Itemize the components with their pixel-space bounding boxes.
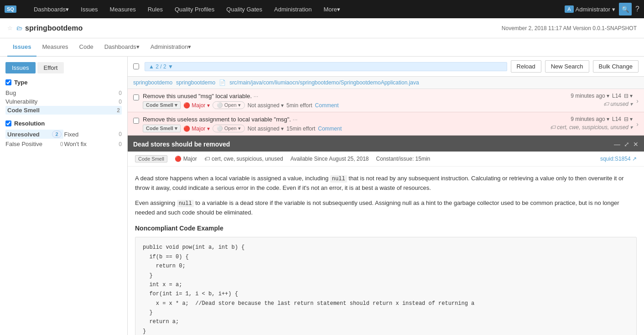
issue-1-tags: 🏷 unused ▾ <box>603 101 633 107</box>
subnav-code[interactable]: Code <box>74 38 99 57</box>
filter-resolution-section: Resolution Unresolved 2 Fixed 0 False Po… <box>5 120 122 148</box>
issue-2-title: Remove this useless assignment to local … <box>143 116 546 123</box>
sonarqube-logo-icon: SQ <box>5 5 16 13</box>
issue-1-time: 9 minutes ago ▾ <box>571 93 609 99</box>
new-search-button[interactable]: New Search <box>545 60 589 73</box>
issue-2-assignee[interactable]: Not assigned ▾ <box>248 126 284 132</box>
issue-2-expand-arrow[interactable]: › <box>636 120 639 128</box>
null-code-2: null <box>177 200 194 207</box>
filter-type-checkbox[interactable] <box>5 79 11 85</box>
filter-tab-issues[interactable]: Issues <box>5 62 36 73</box>
issue-2-body: Remove this useless assignment to local … <box>143 116 546 132</box>
issue-row-2: Remove this useless assignment to local … <box>128 112 644 136</box>
filter-tab-effort[interactable]: Effort <box>37 62 64 73</box>
project-name-link[interactable]: springbootdemo <box>176 79 215 86</box>
filter-resolution-title: Resolution <box>5 120 122 127</box>
nav-quality-gates[interactable]: Quality Gates <box>221 0 268 18</box>
detail-body: A dead store happens when a local variab… <box>128 167 644 335</box>
filter-wont-fix-row[interactable]: Won't fix 0 <box>64 140 122 148</box>
panel-minimize-button[interactable]: — <box>614 141 620 148</box>
issue-2-tags: 🏷 cert, cwe, suspicious, unused ▾ <box>550 124 633 131</box>
issue-1-comment-link[interactable]: Comment <box>315 102 339 109</box>
detail-constant-issue: Constant/issue: 15min <box>376 156 431 162</box>
filter-false-positive-row[interactable]: False Positive 0 <box>5 140 63 148</box>
detail-panel-title: Dead stores should be removed <box>133 141 230 148</box>
filter-fixed-row[interactable]: Fixed 0 <box>64 130 122 139</box>
noncompliant-title: Noncompliant Code Example <box>135 223 637 233</box>
issue-2-checkbox[interactable] <box>133 118 139 124</box>
help-button[interactable]: ? <box>635 5 639 13</box>
issue-2-effort: 15min effort <box>286 126 315 132</box>
detail-panel-header: Dead stores should be removed — ⤢ ✕ <box>128 137 644 152</box>
issue-1-assignee[interactable]: Not assigned ▾ <box>248 102 284 109</box>
issue-1-line: L14 <box>612 93 621 99</box>
subnav-administration[interactable]: Administration ▾ <box>145 38 197 57</box>
filter-code-smell-row[interactable]: Code Smell 2 <box>5 106 122 115</box>
favorite-star-icon[interactable]: ☆ <box>7 25 13 31</box>
issue-2-status[interactable]: ⚪ Open ▾ <box>213 125 245 132</box>
squid-external-link-icon[interactable]: ↗ <box>632 156 637 162</box>
nav-more[interactable]: More ▾ <box>318 0 346 18</box>
issue-1-body: Remove this unused "msg" local variable.… <box>143 93 567 109</box>
code-example: public void pow(int a, int b) { if(b == … <box>135 237 637 335</box>
admin-avatar: A <box>565 5 573 13</box>
subnav-issues[interactable]: Issues <box>7 38 36 57</box>
issue-2-filter-icon[interactable]: ⊟ ▾ <box>624 116 633 122</box>
issue-1-expand-arrow[interactable]: › <box>636 97 639 105</box>
detail-panel: Dead stores should be removed — ⤢ ✕ Code… <box>128 136 644 335</box>
detail-desc-p2: Even assigning null to a variable is a d… <box>135 199 637 218</box>
subnav-measures[interactable]: Measures <box>36 38 73 57</box>
issue-1-filter-icon[interactable]: ⊟ ▾ <box>624 93 633 99</box>
sort-info: ▲ 2 / 2 ▼ <box>145 62 507 71</box>
nav-issues[interactable]: Issues <box>75 0 104 18</box>
reload-button[interactable]: Reload <box>511 60 541 73</box>
top-navigation: SQ Dashboards ▾ Issues Measures Rules Qu… <box>0 0 644 18</box>
filter-resolution-checkbox[interactable] <box>5 120 11 126</box>
detail-desc-p1: A dead store happens when a local variab… <box>135 174 637 193</box>
nav-administration[interactable]: Administration <box>269 0 317 18</box>
project-folder-icon: 🗁 <box>16 25 22 31</box>
administrator-menu[interactable]: A Administrator ▾ <box>565 5 615 13</box>
issue-1-status[interactable]: ⚪ Open ▾ <box>213 101 245 109</box>
filter-tabs: Issues Effort <box>5 62 122 73</box>
detail-tags-list: cert, cwe, suspicious, unused <box>212 156 283 162</box>
issue-1-severity[interactable]: 🔴 Major ▾ <box>183 102 210 109</box>
issues-toolbar: ▲ 2 / 2 ▼ Reload New Search Bulk Change <box>128 57 644 77</box>
issue-2-comment-link[interactable]: Comment <box>318 126 342 132</box>
detail-meta-bar: Code Smell 🔴 Major 🏷 cert, cwe, suspicio… <box>128 152 644 167</box>
issue-1-checkbox[interactable] <box>133 94 139 100</box>
nav-quality-profiles[interactable]: Quality Profiles <box>169 0 220 18</box>
panel-close-button[interactable]: ✕ <box>633 141 639 148</box>
global-search-button[interactable]: 🔍 <box>619 3 632 16</box>
detail-available-since: Available Since August 25, 2018 <box>291 156 369 162</box>
project-bar: ☆ 🗁 springbootdemo November 2, 2018 11:1… <box>0 18 644 38</box>
issue-2-right: 9 minutes ago ▾ L14 ⊟ ▾ 🏷 cert, cwe, sus… <box>550 116 633 131</box>
main-layout: Issues Effort Type Bug 0 Vulnerability 0… <box>0 57 644 335</box>
bulk-change-button[interactable]: Bulk Change <box>593 60 639 73</box>
subnav-dashboards[interactable]: Dashboards ▾ <box>99 38 145 57</box>
detail-severity: 🔴 Major <box>175 156 197 162</box>
detail-tags: 🏷 cert, cwe, suspicious, unused <box>204 156 283 162</box>
issue-2-title-text[interactable]: Remove this useless assignment to local … <box>143 116 297 123</box>
issue-2-severity[interactable]: 🔴 Major ▾ <box>183 126 210 132</box>
null-code-1: null <box>330 175 347 183</box>
filter-vulnerability-row[interactable]: Vulnerability 0 <box>5 97 122 106</box>
issue-2-type-badge[interactable]: Code Smell ▾ <box>143 125 181 132</box>
sidebar-filters: Issues Effort Type Bug 0 Vulnerability 0… <box>0 57 128 335</box>
select-all-checkbox[interactable] <box>133 63 139 69</box>
file-path-link[interactable]: src/main/java/com/liumiaocn/springbootde… <box>229 79 419 86</box>
project-meta: November 2, 2018 11:17 AM Version 0.0.1-… <box>502 25 637 31</box>
issue-1-title-text[interactable]: Remove this unused "msg" local variable.… <box>143 93 258 99</box>
sort-badge[interactable]: ▲ 2 / 2 ▼ <box>145 62 507 71</box>
panel-maximize-button[interactable]: ⤢ <box>624 141 629 148</box>
issue-1-type-badge[interactable]: Code Smell ▾ <box>143 101 181 109</box>
project-link[interactable]: springbootdemo <box>133 79 172 86</box>
nav-rules[interactable]: Rules <box>142 0 168 18</box>
detail-squid-ref: squid:S1854 ↗ <box>600 156 637 162</box>
nav-measures[interactable]: Measures <box>104 0 141 18</box>
filter-bug-row[interactable]: Bug 0 <box>5 89 122 97</box>
issue-2-meta: Code Smell ▾ 🔴 Major ▾ ⚪ Open ▾ Not assi… <box>143 125 546 132</box>
logo[interactable]: SQ <box>5 5 19 13</box>
filter-unresolved-row[interactable]: Unresolved 2 <box>5 130 63 139</box>
nav-dashboards[interactable]: Dashboards ▾ <box>28 0 74 18</box>
